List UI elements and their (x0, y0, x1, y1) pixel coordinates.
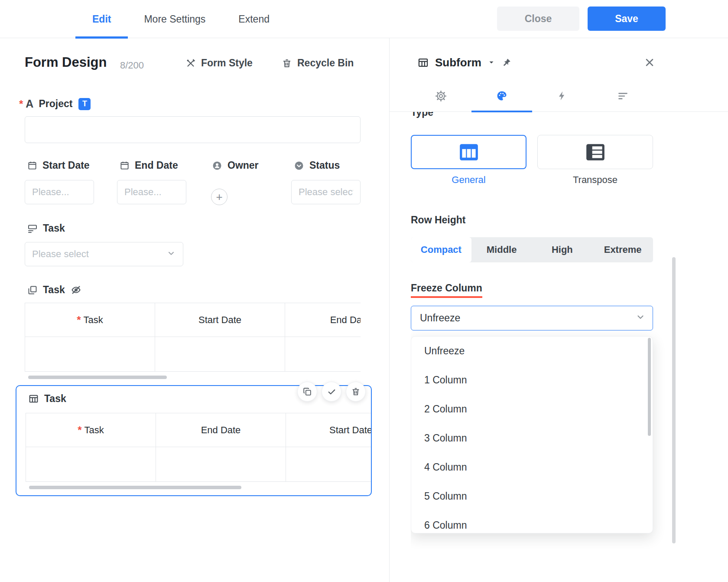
column-header-start-date[interactable]: Start Date (155, 303, 285, 337)
menu-item-3-column[interactable]: 3 Column (411, 424, 653, 453)
freeze-column-label: Freeze Column (411, 282, 482, 298)
start-date-field-label: Start Date (27, 160, 90, 171)
column-header-end-date[interactable]: End Date (156, 413, 286, 447)
table-cell[interactable] (286, 447, 371, 481)
task-select-dropdown[interactable]: Please select (25, 242, 183, 266)
column-header-task[interactable]: * Task (26, 413, 156, 447)
menu-item-1-column[interactable]: 1 Column (411, 366, 653, 395)
tab-more-settings[interactable]: More Settings (144, 0, 205, 38)
start-date-input[interactable] (25, 180, 94, 204)
menu-item-4-column[interactable]: 4 Column (411, 453, 653, 482)
type-transpose-label[interactable]: Transpose (537, 174, 653, 186)
row-height-label: Row Height (411, 214, 671, 226)
status-dropdown-icon (294, 160, 304, 171)
segment-label: Middle (487, 244, 517, 255)
column-header-label: Start Date (198, 314, 241, 326)
start-date-label: Start Date (42, 160, 90, 171)
segment-label: Extreme (604, 244, 642, 255)
general-table-icon (458, 141, 480, 163)
hidden-subform-label: Task (43, 284, 65, 296)
chevron-down-icon (166, 248, 176, 260)
caret-down-icon[interactable] (488, 59, 495, 66)
form-style-tools-icon (185, 58, 196, 69)
duplicate-button[interactable] (297, 382, 317, 402)
table-body-row (25, 337, 361, 371)
row-height-extreme[interactable]: Extreme (592, 237, 653, 262)
close-panel-icon[interactable] (644, 56, 656, 69)
table-header-row: * Task Start Date End Date (25, 303, 361, 337)
column-header-start-date[interactable]: Start Date (286, 413, 371, 447)
panel-tabs (411, 80, 653, 112)
project-input[interactable] (25, 116, 361, 143)
form-style-button[interactable]: Form Style (185, 57, 253, 69)
recycle-bin-button[interactable]: Recycle Bin (282, 57, 354, 69)
freeze-column-section: Freeze Column (411, 282, 671, 298)
end-date-field-label: End Date (120, 160, 178, 171)
status-field-label: Status (294, 160, 340, 171)
trash-icon (351, 387, 361, 396)
row-height-compact[interactable]: Compact (411, 237, 471, 262)
type-option-labels: General Transpose (411, 174, 671, 186)
table-cell[interactable] (285, 337, 361, 371)
table-cell[interactable] (25, 337, 155, 371)
page-title: Form Design (25, 55, 107, 70)
menu-item-5-column[interactable]: 5 Column (411, 482, 653, 511)
freeze-column-select[interactable]: Unfreeze (411, 306, 653, 330)
table-cell[interactable] (156, 447, 286, 481)
project-type-badge: T (78, 98, 91, 110)
type-option-general[interactable] (411, 135, 526, 169)
tab-sort-lines[interactable] (592, 80, 653, 112)
tab-settings-gear[interactable] (411, 80, 471, 112)
panel-tab-bar (390, 80, 728, 112)
horizontal-scrollbar[interactable] (28, 376, 167, 379)
status-input[interactable] (291, 180, 361, 204)
transpose-table-icon (585, 141, 606, 163)
add-owner-button[interactable]: + (211, 189, 228, 205)
pin-icon[interactable] (501, 58, 511, 68)
select-widget-icon (27, 223, 38, 234)
table-cell[interactable] (155, 337, 285, 371)
type-option-transpose[interactable] (537, 135, 653, 169)
subform-table-grid: * Task End Date Start Date (26, 413, 371, 482)
text-field-icon: A (26, 98, 33, 110)
row-height-high[interactable]: High (532, 237, 593, 262)
overlapping-squares-icon (27, 285, 38, 295)
type-general-label[interactable]: General (411, 174, 526, 186)
close-button[interactable]: Close (497, 7, 579, 31)
panel-vertical-scrollbar[interactable] (672, 257, 676, 543)
horizontal-scrollbar[interactable] (29, 486, 241, 489)
required-asterisk: * (77, 315, 81, 325)
selected-subform[interactable]: Task * Task End Date Start Date (16, 385, 372, 496)
row-height-middle[interactable]: Middle (471, 237, 532, 262)
palette-icon (496, 90, 508, 102)
freeze-column-dropdown-menu: Unfreeze 1 Column 2 Column 3 Column 4 Co… (411, 336, 653, 533)
menu-item-6-column[interactable]: 6 Column (411, 511, 653, 533)
column-header-label: End Date (330, 314, 361, 326)
tab-edit[interactable]: Edit (92, 0, 111, 38)
end-date-input[interactable] (117, 180, 186, 204)
tab-edit-label: Edit (92, 13, 111, 25)
column-header-task[interactable]: * Task (25, 303, 155, 337)
menu-item-unfreeze[interactable]: Unfreeze (411, 337, 653, 366)
tab-extend-label: Extend (238, 13, 270, 25)
task-select-label: Task (43, 222, 65, 234)
column-header-end-date[interactable]: End Date (285, 303, 361, 337)
menu-item-2-column[interactable]: 2 Column (411, 395, 653, 424)
dropdown-scrollbar[interactable] (648, 338, 651, 436)
confirm-button[interactable] (322, 382, 341, 402)
tab-extend[interactable]: Extend (238, 0, 270, 38)
selected-subform-table: * Task End Date Start Date (26, 413, 371, 482)
delete-button[interactable] (346, 382, 366, 402)
panel-body: Type (411, 112, 671, 582)
task-select-field-label: Task (27, 222, 65, 234)
required-asterisk: * (19, 99, 23, 109)
segment-label: High (552, 244, 573, 255)
table-cell[interactable] (26, 447, 156, 481)
gear-icon (435, 90, 447, 102)
tab-style-palette[interactable] (471, 80, 532, 112)
tab-events-lightning[interactable] (532, 80, 593, 112)
chevron-down-icon (635, 312, 646, 325)
save-button[interactable]: Save (588, 7, 666, 31)
project-label: Project (39, 98, 72, 110)
hidden-subform-table: * Task Start Date End Date (25, 303, 361, 372)
